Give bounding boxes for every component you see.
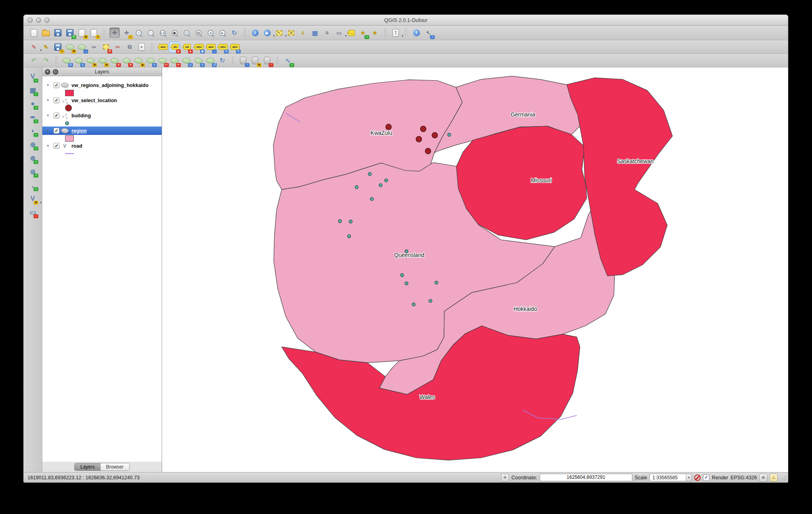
layer-visibility-checkbox[interactable]: ✓ xyxy=(53,128,59,134)
building-point[interactable] xyxy=(370,198,373,201)
building-point[interactable] xyxy=(338,219,341,223)
layer-visibility-checkbox[interactable]: ✓ xyxy=(53,143,59,149)
add-part-button[interactable]: ✱ xyxy=(97,55,108,66)
scale-dropdown-icon[interactable]: ▼ xyxy=(686,474,691,481)
scale-combobox[interactable]: 1:33565585 ▼ xyxy=(650,474,692,481)
offset-curve-button[interactable]: ∿ xyxy=(145,55,156,66)
layer-item-vw_select_location[interactable]: ▼✓vw_select_location xyxy=(42,96,162,105)
save-project-button[interactable] xyxy=(53,28,63,38)
building-point[interactable] xyxy=(349,220,352,223)
pan-map-button[interactable]: ✛ xyxy=(109,28,120,38)
map-tips-button[interactable]: … xyxy=(346,28,356,38)
merge-features-button[interactable]: ∪ xyxy=(181,55,192,66)
add-raster-layer-button[interactable]: ▦+ xyxy=(26,84,39,96)
resize-grip[interactable] xyxy=(781,475,786,480)
zoom-out-button[interactable]: − xyxy=(145,28,156,38)
zoom-last-button[interactable]: ◂ xyxy=(205,28,216,38)
open-project-button[interactable] xyxy=(41,28,51,38)
delete-ring-button[interactable]: ✕ xyxy=(109,55,120,66)
remove-layer-button[interactable]: ▭− xyxy=(26,206,39,218)
building-point[interactable] xyxy=(400,273,404,277)
layer-visibility-checkbox[interactable]: ✓ xyxy=(53,82,59,88)
layer-item-building[interactable]: ▼✓building xyxy=(42,111,162,120)
minimize-button[interactable] xyxy=(36,18,41,23)
label-pinned-button[interactable]: ab● xyxy=(169,42,180,52)
toggle-editing-button[interactable]: ✎ xyxy=(41,42,51,52)
expand-arrow-icon[interactable]: ▼ xyxy=(46,99,50,102)
select-location-point[interactable] xyxy=(386,124,391,130)
new-project-button[interactable] xyxy=(29,28,39,38)
zoom-in-button[interactable]: + xyxy=(133,28,144,38)
panel-close-icon[interactable]: ✕ xyxy=(45,69,50,75)
select-location-point[interactable] xyxy=(420,126,426,132)
crs-globe-icon[interactable]: ⊕ xyxy=(759,474,767,482)
label-pin-button[interactable]: ab● xyxy=(181,42,192,52)
undo-button[interactable]: ↶ xyxy=(29,55,39,66)
add-vector-layer-button[interactable]: V+ xyxy=(26,71,39,83)
building-point[interactable] xyxy=(448,133,451,136)
copy-features-button[interactable]: ⧉ xyxy=(125,42,135,52)
panel-tab-layers[interactable]: Layers xyxy=(75,463,100,471)
select-by-expression-button[interactable]: ε xyxy=(298,28,308,38)
layer-item-region[interactable]: ▼✓region xyxy=(42,127,162,135)
building-point[interactable] xyxy=(355,186,358,189)
expand-arrow-icon[interactable]: ▼ xyxy=(46,144,50,148)
deselect-all-button[interactable]: ⊘ xyxy=(286,28,296,38)
zoom-to-layer-button[interactable]: ▤ xyxy=(193,28,204,38)
map-canvas[interactable]: KwaZuluGermaniaQueenslandHokkaidoMissour… xyxy=(162,67,788,472)
rotate-point-symbols-button[interactable]: ↺ xyxy=(205,55,216,66)
new-shapefile-layer-dropdown-icon[interactable]: ▾ xyxy=(40,201,42,204)
title-bar[interactable]: QGIS 2.0.1-Dufour xyxy=(24,15,788,26)
label-show-hide-button[interactable]: abc◉ xyxy=(193,42,204,52)
building-point[interactable] xyxy=(347,235,351,238)
building-point[interactable] xyxy=(368,172,371,176)
select-features-button[interactable]: ↖▾ xyxy=(274,28,284,38)
panel-tab-browser[interactable]: Browser xyxy=(101,463,129,471)
panel-float-icon[interactable]: ◻ xyxy=(53,69,58,75)
zoom-actual-size-button[interactable]: 1:1 xyxy=(157,28,168,38)
refresh-map-button[interactable]: ↻ xyxy=(229,28,240,38)
zoom-to-selection-button[interactable]: ▢ xyxy=(181,28,192,38)
layer-item-road[interactable]: ▼✓Vroad xyxy=(42,142,162,150)
simplify-feature-button[interactable]: ◇ xyxy=(73,55,84,66)
add-wcs-layer-button[interactable]: ⊛+ xyxy=(26,152,39,164)
expand-arrow-icon[interactable]: ▼ xyxy=(46,83,50,87)
import-layer-to-db-button[interactable]: ↑ xyxy=(238,55,248,66)
layer-item-vw_regions_adjoining_hokkaido[interactable]: ▼✓vw_regions_adjoining_hokkaido xyxy=(42,81,162,89)
building-point[interactable] xyxy=(429,299,432,302)
save-project-as-button[interactable]: ✎ xyxy=(65,28,75,38)
save-layer-edits-button[interactable]: ✎ xyxy=(53,42,63,52)
new-print-composer-button[interactable]: ✱ xyxy=(77,28,87,38)
add-mssql-layer-button[interactable]: ◗+ xyxy=(26,125,39,137)
cut-features-button[interactable]: ✂ xyxy=(113,42,123,52)
building-point[interactable] xyxy=(405,282,408,285)
building-point[interactable] xyxy=(412,303,415,306)
label-move-button[interactable]: abc→ xyxy=(205,42,216,52)
building-point[interactable] xyxy=(379,184,382,187)
fill-ring-button[interactable]: ◆ xyxy=(133,55,144,66)
merge-attributes-button[interactable]: ≡ xyxy=(193,55,204,66)
render-checkbox[interactable]: ✓ xyxy=(703,474,709,481)
statistical-summary-button[interactable]: ≡ xyxy=(322,28,332,38)
building-point[interactable] xyxy=(435,281,438,284)
split-parts-button[interactable]: ✂ xyxy=(169,55,180,66)
messages-warning-icon[interactable]: ⚠ xyxy=(770,474,778,482)
help-contents-button[interactable]: ? xyxy=(411,28,422,38)
zoom-full-extent-button[interactable]: ▣ xyxy=(169,28,180,38)
add-ring-button[interactable]: ✱ xyxy=(85,55,96,66)
label-rotate-button[interactable]: abc↻ xyxy=(217,42,228,52)
add-feature-button[interactable]: ✱ xyxy=(65,42,75,52)
open-attribute-table-button[interactable]: ▦ xyxy=(310,28,320,38)
select-location-point[interactable] xyxy=(432,132,438,138)
composer-manager-button[interactable]: ✦ xyxy=(89,28,99,38)
delete-selected-button[interactable]: ✕ xyxy=(101,42,111,52)
whats-this-button[interactable]: ↖? xyxy=(423,28,434,38)
refresh-edits-button[interactable]: ↻ xyxy=(217,55,228,66)
layer-visibility-checkbox[interactable]: ✓ xyxy=(53,113,59,119)
layer-visibility-checkbox[interactable]: ✓ xyxy=(53,97,59,103)
paste-features-button[interactable]: ≡ xyxy=(137,42,147,52)
coordinate-input[interactable]: 1625604,6937291 xyxy=(540,474,632,481)
delete-part-button[interactable]: ✕ xyxy=(121,55,132,66)
add-wms-layer-button[interactable]: ⊕+ xyxy=(26,138,39,150)
split-features-button[interactable]: ✂ xyxy=(157,55,168,66)
